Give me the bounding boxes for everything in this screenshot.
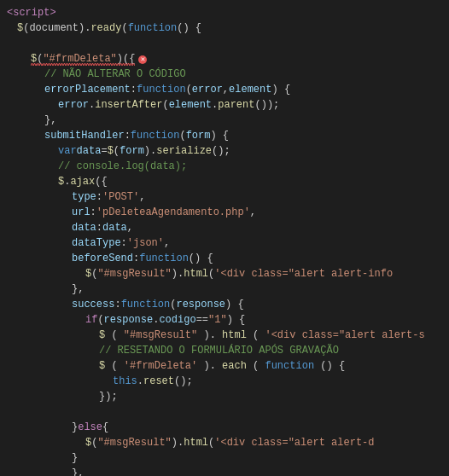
code-token: .	[89, 99, 95, 111]
code-line: errorPlacement : function ( error , elem…	[0, 84, 449, 99]
code-token: dataType	[72, 237, 121, 249]
code-line: var data = $ ( form ). serialize ();	[0, 145, 449, 160]
code-token: function	[131, 130, 180, 142]
code-token: function	[265, 360, 314, 372]
code-token: :	[125, 130, 131, 142]
code-token: reset	[143, 375, 174, 387]
code-token: :	[96, 222, 102, 234]
code-token: (	[111, 329, 117, 341]
code-line: },	[0, 114, 449, 130]
code-token: });	[99, 391, 118, 403]
code-token: function	[128, 22, 178, 34]
code-token: data	[72, 222, 96, 234]
code-token: (	[208, 268, 214, 280]
code-token: form	[186, 130, 211, 142]
code-line: }	[0, 452, 449, 467]
code-token: html	[222, 329, 247, 341]
code-token: },	[44, 114, 56, 126]
code-token: parent	[218, 99, 254, 111]
code-token: (	[111, 360, 117, 372]
code-token: insertAfter	[95, 99, 162, 111]
code-line: $ ( "#frmDeleta" )({ ✕	[0, 53, 449, 68]
code-token: (	[179, 130, 185, 142]
code-token: codigo	[159, 314, 195, 326]
code-line: },	[0, 467, 449, 476]
code-token: if	[85, 314, 97, 326]
code-token: element	[229, 84, 271, 96]
code-token: (document).	[23, 22, 90, 34]
code-token: function	[121, 299, 171, 311]
code-token: error	[192, 84, 223, 96]
code-token: () {	[320, 360, 345, 372]
code-token: ajax	[70, 176, 95, 188]
code-line: },	[0, 283, 449, 299]
code-token: function	[139, 253, 189, 264]
code-token: ());	[254, 99, 279, 111]
code-line: beforeSend : function () {	[0, 253, 449, 268]
code-token: (	[253, 329, 259, 341]
code-token: (	[91, 268, 97, 280]
code-token: :	[133, 253, 139, 264]
code-token: each	[222, 360, 247, 372]
code-token: () {	[189, 253, 213, 264]
code-token: () {	[177, 22, 201, 34]
code-line: if ( response . codigo == "1" ) {	[0, 314, 449, 329]
code-token: ,	[139, 191, 145, 203]
code-token: 'pDeleteaAgendamento.php'	[96, 206, 250, 218]
code-token: form	[120, 145, 144, 157]
code-line: } else {	[0, 421, 449, 437]
code-line: // NÃO ALTERAR O CÓDIGO	[0, 68, 449, 84]
code-line: <script>	[0, 7, 449, 22]
code-token: html	[184, 268, 208, 280]
code-token: },	[72, 467, 84, 476]
code-token: (	[253, 360, 259, 372]
code-editor: <script> $ (document). ready ( function …	[0, 0, 449, 476]
code-token: .	[212, 99, 218, 111]
code-line: });	[0, 391, 449, 406]
code-token: // console.log(data);	[58, 160, 187, 172]
code-token: :	[96, 191, 102, 203]
code-token: {	[102, 421, 108, 433]
code-token: }	[72, 452, 78, 464]
code-line: $ ( "#msgResult" ). html ( '<div class="…	[0, 437, 449, 452]
code-token: type	[72, 191, 96, 203]
code-token: ==	[196, 314, 208, 326]
code-token: 'json'	[127, 237, 164, 249]
code-token: ) {	[227, 314, 246, 326]
code-token: (	[162, 99, 168, 111]
code-token: ,	[223, 84, 229, 96]
code-line: success : function ( response ) {	[0, 299, 449, 314]
code-line: this . reset ();	[0, 375, 449, 391]
code-token: $	[58, 176, 64, 188]
code-token: '<div class="alert alert-d	[214, 437, 374, 449]
code-token: '<div class="alert alert-s	[265, 329, 424, 341]
code-line	[0, 38, 449, 53]
code-token: data	[102, 222, 127, 234]
code-token: response	[104, 314, 154, 326]
code-token: (	[170, 299, 176, 311]
code-line: $ ( "#msgResult" ). html ( '<div class="…	[0, 329, 449, 345]
code-token: :	[121, 237, 127, 249]
code-token: html	[184, 437, 208, 449]
code-token: ) {	[210, 130, 229, 142]
code-line: url : 'pDeleteaAgendamento.php' ,	[0, 206, 449, 222]
code-token: $ ( '#frmDeleta' ). each ( function () {	[85, 360, 345, 372]
code-token: 'POST'	[102, 191, 139, 203]
code-token: ready	[90, 22, 121, 34]
code-token: "#msgResult"	[124, 329, 197, 341]
code-token: ();	[212, 145, 230, 157]
code-token: element	[169, 99, 212, 111]
code-token: "#msgResult"	[97, 268, 171, 280]
code-token: ,	[250, 206, 256, 218]
code-token: url	[72, 206, 90, 218]
code-token: // RESETANDO O FORMULÁRIO APÓS GRAVAÇÃO	[85, 345, 339, 357]
code-token: (	[208, 437, 214, 449]
code-token: success	[72, 299, 114, 311]
code-token: $	[31, 53, 37, 65]
code-token: errorPlacement	[44, 84, 131, 96]
code-token: "1"	[208, 314, 227, 326]
code-token: "#frmDeleta"	[43, 53, 116, 65]
code-token: ) {	[225, 299, 244, 311]
code-token: (	[91, 437, 97, 449]
code-line: $ (document). ready ( function () {	[0, 22, 449, 38]
